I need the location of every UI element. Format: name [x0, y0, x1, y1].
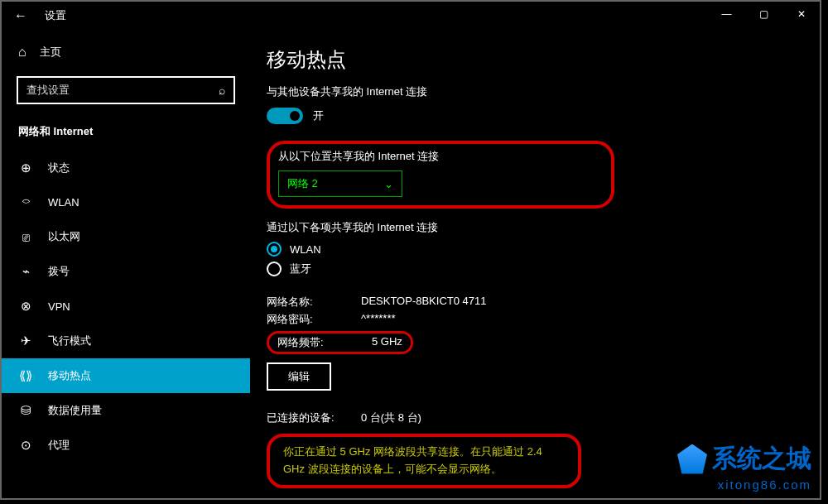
watermark-title: 系统之城	[712, 442, 811, 476]
annotation-highlight: 网络频带: 5 GHz	[267, 331, 413, 354]
minimize-button[interactable]: —	[708, 2, 745, 26]
edit-button[interactable]: 编辑	[267, 362, 331, 391]
window-controls: — ▢ ✕	[708, 2, 820, 26]
connected-devices-label: 已连接的设备:	[267, 410, 341, 425]
sidebar-home[interactable]: ⌂ 主页	[2, 38, 250, 66]
window-title: 设置	[45, 8, 66, 23]
vpn-icon: ⊗	[18, 299, 33, 314]
wifi-icon: ⌔	[18, 195, 33, 209]
sidebar-item-label: VPN	[48, 300, 70, 313]
annotation-highlight: 从以下位置共享我的 Internet 连接 网络 2 ⌄	[267, 141, 614, 209]
sidebar-item-label: 拨号	[48, 264, 70, 279]
search-input[interactable]: 查找设置 ⌕	[17, 76, 235, 104]
sidebar-item-data-usage[interactable]: ⛁ 数据使用量	[2, 393, 250, 428]
share-description: 与其他设备共享我的 Internet 连接	[267, 84, 803, 99]
sidebar-item-label: 飞行模式	[48, 334, 91, 348]
network-band-label: 网络频带:	[277, 335, 352, 350]
network-band-value: 5 GHz	[372, 335, 402, 350]
maximize-button[interactable]: ▢	[745, 2, 782, 26]
toggle-state-label: 开	[313, 108, 324, 123]
sidebar-item-label: 代理	[48, 438, 70, 453]
network-password-label: 网络密码:	[267, 312, 341, 327]
sidebar-item-ethernet[interactable]: ⎚ 以太网	[2, 219, 250, 254]
sidebar-item-label: 状态	[48, 161, 70, 175]
sidebar: ⌂ 主页 查找设置 ⌕ 网络和 Internet ⊕ 状态 ⌔ WLAN ⎚ 以…	[2, 30, 250, 498]
proxy-icon: ⊙	[18, 438, 33, 453]
toggle-knob	[290, 111, 300, 121]
radio-icon	[267, 242, 282, 257]
network-name-label: 网络名称:	[267, 295, 341, 310]
radio-wlan[interactable]: WLAN	[267, 242, 803, 257]
airplane-icon: ✈	[18, 334, 33, 348]
chevron-down-icon: ⌄	[384, 178, 393, 190]
close-button[interactable]: ✕	[782, 2, 820, 26]
share-from-label: 从以下位置共享我的 Internet 连接	[278, 149, 603, 164]
sidebar-item-status[interactable]: ⊕ 状态	[2, 151, 250, 185]
radio-bluetooth[interactable]: 蓝牙	[267, 262, 803, 276]
back-button[interactable]: ←	[8, 3, 33, 28]
sidebar-item-hotspot[interactable]: ⟪⟫ 移动热点	[2, 358, 250, 393]
dropdown-value: 网络 2	[287, 176, 318, 191]
dialup-icon: ⌁	[18, 264, 33, 279]
status-icon: ⊕	[18, 161, 33, 175]
connected-devices-value: 0 台(共 8 台)	[361, 410, 421, 425]
sidebar-item-label: 数据使用量	[48, 403, 102, 418]
search-icon: ⌕	[219, 84, 225, 97]
watermark-url: xitong86.com	[677, 478, 811, 492]
search-placeholder: 查找设置	[26, 83, 219, 98]
sidebar-item-proxy[interactable]: ⊙ 代理	[2, 428, 250, 463]
sidebar-item-label: 以太网	[48, 229, 80, 244]
band-warning: 你正在通过 5 GHz 网络波段共享连接。在只能通过 2.4 GHz 波段连接的…	[267, 434, 581, 488]
watermark-logo: 系统之城 xitong86.com	[677, 442, 811, 492]
sidebar-item-wlan[interactable]: ⌔ WLAN	[2, 185, 250, 219]
sidebar-item-airplane[interactable]: ✈ 飞行模式	[2, 324, 250, 358]
network-name-value: DESKTOP-8BKICT0 4711	[361, 295, 487, 310]
hotspot-toggle[interactable]	[267, 108, 303, 124]
share-via-label: 通过以下各项共享我的 Internet 连接	[267, 220, 803, 235]
page-title: 移动热点	[267, 46, 803, 73]
watermark-icon	[677, 444, 707, 474]
sidebar-item-label: WLAN	[48, 196, 79, 209]
radio-icon	[267, 262, 282, 276]
hotspot-icon: ⟪⟫	[18, 368, 33, 383]
sidebar-category: 网络和 Internet	[2, 116, 250, 151]
home-label: 主页	[40, 45, 61, 60]
radio-label: WLAN	[290, 243, 321, 256]
radio-label: 蓝牙	[290, 262, 311, 276]
sidebar-item-vpn[interactable]: ⊗ VPN	[2, 289, 250, 324]
main-content: 移动热点 与其他设备共享我的 Internet 连接 开 从以下位置共享我的 I…	[258, 38, 820, 498]
home-icon: ⌂	[18, 45, 26, 60]
sidebar-item-dialup[interactable]: ⌁ 拨号	[2, 254, 250, 289]
data-icon: ⛁	[18, 403, 33, 418]
titlebar: ← 设置 — ▢ ✕	[2, 2, 820, 30]
network-password-value: ^*******	[361, 312, 396, 327]
share-from-dropdown[interactable]: 网络 2 ⌄	[278, 170, 402, 197]
sidebar-item-label: 移动热点	[48, 368, 91, 383]
ethernet-icon: ⎚	[18, 230, 33, 244]
